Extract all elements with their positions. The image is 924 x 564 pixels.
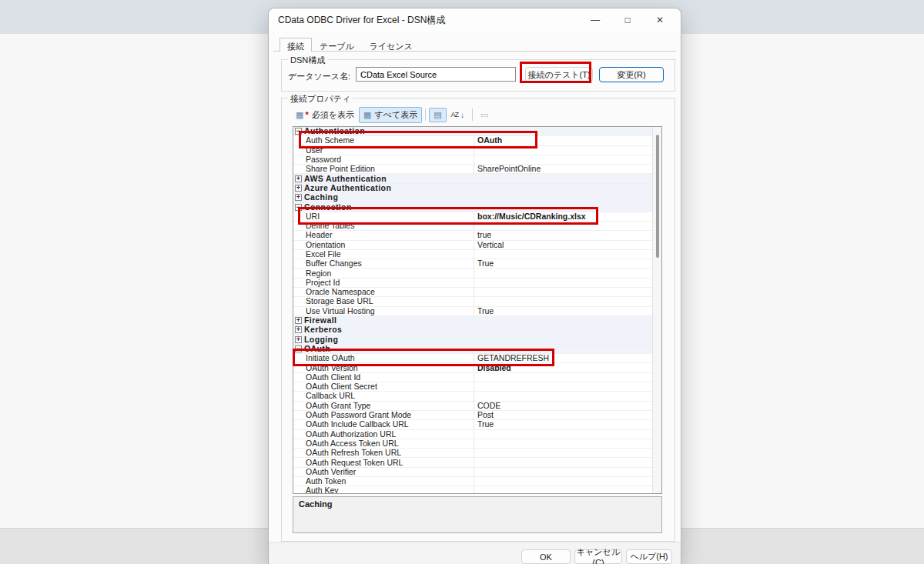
property-name: OAuth Client Secret <box>293 382 474 391</box>
grid-property-row[interactable]: OAuth Password Grant ModePost <box>293 411 652 420</box>
test-connection-button[interactable]: 接続のテスト(T) <box>525 67 593 82</box>
property-name: Auth Token <box>293 477 474 486</box>
grid-property-row[interactable]: OAuth Refresh Token URL <box>293 449 652 458</box>
property-value[interactable]: True <box>474 307 494 315</box>
grid-scrollbar-thumb[interactable] <box>656 135 659 258</box>
tab-connection[interactable]: 接続 <box>280 38 312 52</box>
grid-property-row[interactable]: OAuth Request Token URL <box>293 458 652 467</box>
grid-property-row[interactable]: Use Virtual HostingTrue <box>293 307 652 316</box>
grid-property-row[interactable]: Headertrue <box>293 231 652 240</box>
expand-icon[interactable]: + <box>295 317 302 324</box>
close-icon: ✕ <box>656 15 664 25</box>
connection-properties-title: 接続プロパティ <box>288 93 353 105</box>
grid-property-row[interactable]: Auth Key <box>293 486 652 494</box>
show-all-button[interactable]: ▦ すべて表示 <box>359 107 422 123</box>
grid-property-row[interactable]: Buffer ChangesTrue <box>293 259 652 269</box>
grid-property-row[interactable]: Storage Base URL <box>293 297 652 306</box>
grid-property-row[interactable]: OAuth Grant TypeCODE <box>293 402 652 411</box>
category-name: Firewall <box>304 316 336 325</box>
tab-table[interactable]: テーブル <box>312 38 362 52</box>
sort-arrow-icon: ↓ <box>460 111 464 119</box>
grid-category-row[interactable]: +Caching <box>293 193 652 202</box>
cancel-button[interactable]: キャンセル(C) <box>574 549 622 564</box>
property-name: Excel File <box>293 250 474 259</box>
expand-icon[interactable]: + <box>295 336 302 343</box>
property-name: Auth Scheme <box>293 136 474 145</box>
property-pages-button[interactable]: ▭ <box>476 108 493 122</box>
close-button[interactable]: ✕ <box>644 8 676 32</box>
grid-property-row[interactable]: Auth SchemeOAuth <box>293 136 652 145</box>
collapse-icon[interactable]: − <box>295 345 302 352</box>
property-value[interactable]: GETANDREFRESH <box>474 354 549 362</box>
grid-property-row[interactable]: Auth Token <box>293 477 652 486</box>
show-required-button[interactable]: ▦* 必須を表示 <box>291 107 359 123</box>
required-marker-icon: * <box>305 110 308 119</box>
grid-property-row[interactable]: Callback URL <box>293 392 652 401</box>
tab-license[interactable]: ライセンス <box>362 38 420 52</box>
expand-icon[interactable]: + <box>295 194 302 201</box>
categorized-view-button[interactable]: ▤ <box>429 108 446 122</box>
datasource-name-input[interactable] <box>356 67 516 82</box>
grid-property-row[interactable]: OAuth Authorization URL <box>293 430 652 439</box>
property-value[interactable]: True <box>474 420 494 429</box>
grid-property-row[interactable]: OAuth Include Callback URLTrue <box>293 420 652 429</box>
change-button[interactable]: 変更(R) <box>599 67 664 82</box>
grid-property-row[interactable]: Define Tables <box>293 222 652 231</box>
grid-property-row[interactable]: Initiate OAuthGETANDREFRESH <box>293 354 652 363</box>
maximize-button[interactable]: □ <box>611 8 644 32</box>
grid-property-row[interactable]: Excel File <box>293 250 652 259</box>
grid-property-row[interactable]: URIbox://Music/CDRanking.xlsx <box>293 212 652 222</box>
grid-property-row[interactable]: OAuth Client Id <box>293 373 652 382</box>
grid-category-row[interactable]: +Logging <box>293 335 652 345</box>
expand-icon[interactable]: + <box>295 185 302 192</box>
grid-category-row[interactable]: +AWS Authentication <box>293 174 652 183</box>
minimize-button[interactable]: — <box>579 8 611 32</box>
help-button[interactable]: ヘルプ(H) <box>626 549 672 564</box>
grid-property-row[interactable]: Project Id <box>293 279 652 288</box>
grid-property-row[interactable]: Region <box>293 269 652 278</box>
grid-category-row[interactable]: −Authentication <box>293 127 652 136</box>
grid-category-row[interactable]: −Connection <box>293 202 652 212</box>
grid-property-row[interactable]: Oracle Namespace <box>293 288 652 297</box>
category-name: Connection <box>304 203 352 212</box>
ok-button[interactable]: OK <box>521 549 571 564</box>
property-value[interactable]: box://Music/CDRanking.xlsx <box>474 212 586 221</box>
property-value[interactable]: OAuth <box>474 136 502 145</box>
grid-property-row[interactable]: Share Point EditionSharePointOnline <box>293 165 652 174</box>
property-grid-rows: −AuthenticationAuth SchemeOAuthUserPassw… <box>293 127 652 494</box>
property-name: Define Tables <box>293 222 474 230</box>
category-name: OAuth <box>304 345 330 353</box>
expand-icon[interactable]: + <box>295 175 302 182</box>
collapse-icon[interactable]: − <box>295 128 302 135</box>
property-value[interactable]: Disabled <box>474 364 511 372</box>
property-value[interactable]: Vertical <box>474 241 504 249</box>
grid-property-row[interactable]: OAuth Client Secret <box>293 382 652 392</box>
property-name: User <box>293 146 474 155</box>
property-value[interactable]: true <box>474 231 491 239</box>
grid-property-row[interactable]: OAuth Verifier <box>293 468 652 477</box>
property-value[interactable]: Post <box>474 411 494 419</box>
grid-category-row[interactable]: +Azure Authentication <box>293 184 652 193</box>
property-name: OAuth Access Token URL <box>293 439 474 448</box>
grid-category-row[interactable]: +Firewall <box>293 316 652 325</box>
show-required-label: 必須を表示 <box>312 109 354 121</box>
grid-property-row[interactable]: User <box>293 146 652 155</box>
grid-property-row[interactable]: OAuth Access Token URL <box>293 439 652 449</box>
grid-category-row[interactable]: −OAuth <box>293 345 652 354</box>
collapse-icon[interactable]: − <box>295 204 302 211</box>
grid-property-row[interactable]: OAuth VersionDisabled <box>293 363 652 372</box>
property-value[interactable]: SharePointOnline <box>474 165 541 173</box>
property-name: Use Virtual Hosting <box>293 307 474 315</box>
grid-property-row[interactable]: OrientationVertical <box>293 241 652 250</box>
grid-category-row[interactable]: +Kerberos <box>293 325 652 335</box>
alphabetical-sort-button[interactable]: AZ↓ <box>447 108 470 122</box>
grid-scrollbar[interactable] <box>652 127 661 493</box>
grid-property-row[interactable]: Password <box>293 155 652 165</box>
property-value[interactable]: CODE <box>474 402 500 410</box>
category-name: AWS Authentication <box>304 175 387 183</box>
property-pages-icon: ▭ <box>480 110 488 120</box>
property-name: OAuth Request Token URL <box>293 458 474 466</box>
property-value[interactable]: True <box>474 259 494 268</box>
expand-icon[interactable]: + <box>295 326 302 333</box>
property-name: Buffer Changes <box>293 259 474 268</box>
